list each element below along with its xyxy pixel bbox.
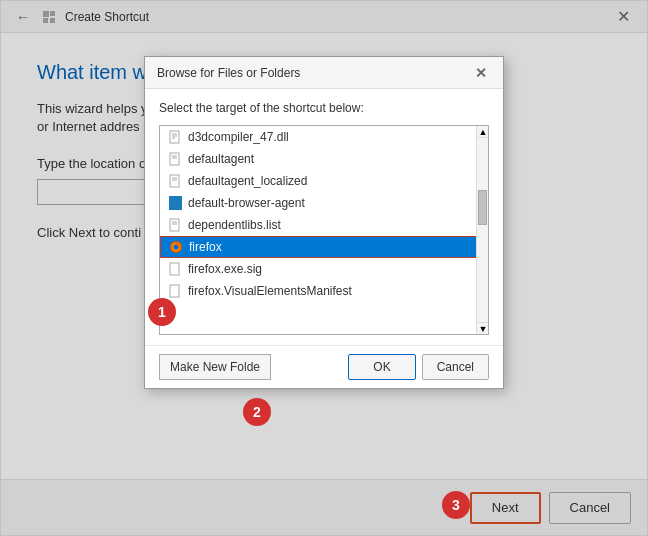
file-list: d3dcompiler_47.dll defaultagent	[160, 126, 488, 302]
file-icon	[168, 218, 182, 232]
file-icon	[168, 196, 182, 210]
step-badge-1: 1	[148, 298, 176, 326]
file-name: d3dcompiler_47.dll	[188, 130, 289, 144]
dialog-footer-right: OK Cancel	[348, 354, 489, 380]
dialog-title: Browse for Files or Folders	[157, 66, 300, 80]
step-badge-2: 2	[243, 398, 271, 426]
file-icon	[168, 130, 182, 144]
dialog-content: Select the target of the shortcut below:…	[145, 89, 503, 345]
wizard-window: ← Create Shortcut ✕ What item wo This wi…	[0, 0, 648, 536]
svg-rect-4	[170, 131, 179, 143]
file-name: dependentlibs.list	[188, 218, 281, 232]
list-item[interactable]: defaultagent_localized	[160, 170, 488, 192]
svg-rect-11	[170, 175, 179, 187]
file-icon	[168, 284, 182, 298]
svg-rect-8	[170, 153, 179, 165]
scrollbar[interactable]: ▲ ▼	[476, 126, 488, 334]
list-item[interactable]: firefox.exe.sig	[160, 258, 488, 280]
list-item[interactable]: firefox.VisualElementsManifest	[160, 280, 488, 302]
file-list-container: d3dcompiler_47.dll defaultagent	[159, 125, 489, 335]
list-item[interactable]: d3dcompiler_47.dll	[160, 126, 488, 148]
list-item[interactable]: default-browser-agent	[160, 192, 488, 214]
file-icon	[168, 152, 182, 166]
file-name: default-browser-agent	[188, 196, 305, 210]
file-name: defaultagent	[188, 152, 254, 166]
dialog-footer: Make New Folde OK Cancel	[145, 345, 503, 388]
firefox-icon	[169, 240, 183, 254]
file-icon	[168, 262, 182, 276]
dialog-subtitle: Select the target of the shortcut below:	[159, 101, 489, 115]
scrollbar-up[interactable]: ▲	[477, 126, 489, 138]
file-icon	[168, 174, 182, 188]
list-item[interactable]: defaultagent	[160, 148, 488, 170]
scrollbar-down[interactable]: ▼	[477, 322, 489, 334]
list-item-firefox[interactable]: firefox	[160, 236, 488, 258]
dialog-box: Browse for Files or Folders ✕ Select the…	[144, 56, 504, 389]
svg-rect-22	[170, 285, 179, 297]
file-name-firefox: firefox	[189, 240, 222, 254]
dialog-cancel-button[interactable]: Cancel	[422, 354, 489, 380]
make-new-folder-button[interactable]: Make New Folde	[159, 354, 271, 380]
dialog-overlay: Browse for Files or Folders ✕ Select the…	[1, 1, 647, 535]
list-item[interactable]: dependentlibs.list	[160, 214, 488, 236]
scrollbar-thumb[interactable]	[478, 190, 487, 225]
svg-rect-21	[170, 263, 179, 275]
svg-rect-15	[170, 219, 179, 231]
file-name: defaultagent_localized	[188, 174, 307, 188]
step-badge-3: 3	[442, 491, 470, 519]
file-name: firefox.VisualElementsManifest	[188, 284, 352, 298]
dialog-ok-button[interactable]: OK	[348, 354, 415, 380]
dialog-close-button[interactable]: ✕	[471, 63, 491, 83]
dialog-titlebar: Browse for Files or Folders ✕	[145, 57, 503, 89]
dialog-footer-left: Make New Folde	[159, 354, 271, 380]
svg-rect-14	[169, 196, 182, 210]
file-name: firefox.exe.sig	[188, 262, 262, 276]
